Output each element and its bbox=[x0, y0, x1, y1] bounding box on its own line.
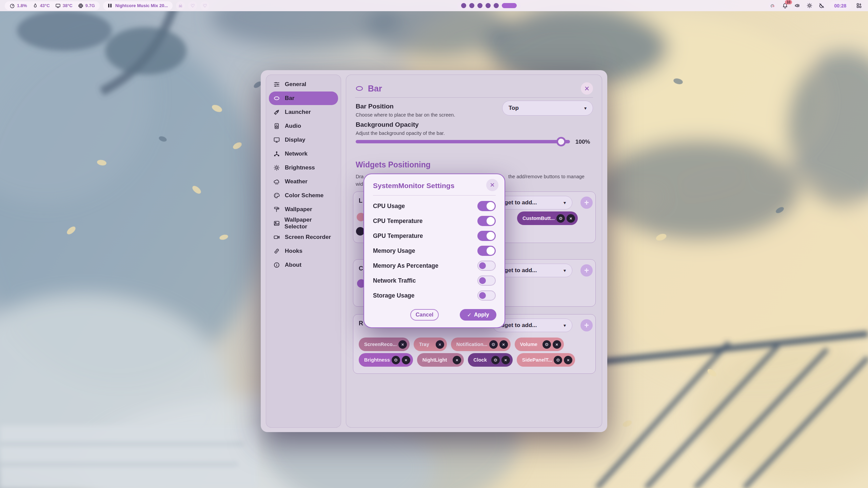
workspace-dot[interactable] bbox=[461, 3, 466, 8]
workspace-indicator[interactable] bbox=[457, 1, 521, 10]
workspace-dot[interactable] bbox=[477, 3, 482, 8]
gear-icon[interactable]: ⚙ bbox=[489, 340, 498, 349]
workspace-active-pill[interactable] bbox=[502, 3, 517, 8]
chevron-down-icon: ▾ bbox=[564, 323, 566, 328]
sidebar-item-hooks[interactable]: Hooks bbox=[269, 244, 338, 258]
link-icon bbox=[273, 247, 280, 255]
tray-app-icon[interactable] bbox=[768, 1, 777, 10]
bar-position-label: Bar Position Choose where to place the b… bbox=[356, 103, 455, 118]
bar-position-description: Choose where to place the bar on the scr… bbox=[356, 112, 455, 118]
media-player-pill[interactable]: Nightcore Music Mix 20... bbox=[103, 1, 173, 10]
network-traffic-toggle[interactable] bbox=[477, 276, 496, 286]
remove-icon[interactable]: × bbox=[553, 340, 561, 349]
cloud-icon bbox=[273, 178, 280, 185]
widget-chip-screenrecorder[interactable]: ScreenReco... × bbox=[359, 338, 410, 351]
sidebar-item-bar[interactable]: Bar bbox=[269, 92, 338, 105]
gear-icon[interactable]: ⚙ bbox=[542, 340, 551, 349]
close-icon[interactable]: ✕ bbox=[486, 179, 498, 191]
systemmonitor-settings-dialog: SystemMonitor Settings ✕ CPU Usage CPU T… bbox=[363, 174, 505, 328]
gpu-temperature-toggle[interactable] bbox=[477, 231, 496, 241]
toggle-row: Memory As Percentage bbox=[373, 260, 496, 271]
rocket-icon bbox=[273, 108, 280, 116]
sidebar-item-color-scheme[interactable]: Color Scheme bbox=[269, 189, 338, 202]
sidebar-item-wallpaper[interactable]: Wallpaper bbox=[269, 203, 338, 216]
sidebar-item-display[interactable]: Display bbox=[269, 133, 338, 147]
workspace-dot[interactable] bbox=[486, 3, 491, 8]
sidebar-item-weather[interactable]: Weather bbox=[269, 175, 338, 188]
add-widget-button[interactable]: + bbox=[580, 264, 593, 277]
widget-chip-brightness[interactable]: Brightness ⚙ × bbox=[359, 353, 413, 367]
dialog-title: SystemMonitor Settings bbox=[373, 182, 454, 190]
gear-icon[interactable]: ⚙ bbox=[556, 214, 565, 223]
cpu-temperature-toggle[interactable] bbox=[477, 216, 496, 226]
sidebar-item-wallpaper-selector[interactable]: Wallpaper Selector bbox=[269, 217, 338, 230]
skull-icon[interactable]: ☠ bbox=[176, 1, 185, 10]
page-title: Bar bbox=[355, 84, 581, 94]
remove-icon[interactable]: × bbox=[402, 356, 410, 364]
sidebar-item-launcher[interactable]: Launcher bbox=[269, 105, 338, 119]
background-opacity-label: Background Opacity Adjust the background… bbox=[356, 121, 445, 136]
palette-icon bbox=[273, 192, 280, 199]
sun-icon bbox=[807, 3, 812, 8]
sidebar-item-about[interactable]: About bbox=[269, 258, 338, 272]
remove-icon[interactable]: × bbox=[499, 340, 508, 349]
widget-chip-volume[interactable]: Volume ⚙ × bbox=[515, 338, 564, 351]
gear-icon[interactable]: ⚙ bbox=[392, 356, 400, 364]
cpu-usage-toggle[interactable] bbox=[477, 201, 496, 211]
widget-chip-notification[interactable]: Notification... ⚙ × bbox=[451, 338, 511, 351]
widgets-description-fragment: wid bbox=[356, 181, 363, 187]
remove-icon[interactable]: × bbox=[564, 356, 572, 364]
sidebar-item-audio[interactable]: Audio bbox=[269, 119, 338, 133]
top-bar: 1.8% 43°C 38°C 9.7G Nightcore Music Mix … bbox=[0, 0, 868, 11]
moon-off-icon bbox=[819, 3, 825, 8]
speaker-icon bbox=[273, 122, 280, 130]
apply-button[interactable]: ✓ Apply bbox=[460, 309, 496, 321]
memory-as-percentage-toggle[interactable] bbox=[477, 261, 496, 271]
remove-icon[interactable]: × bbox=[398, 340, 407, 349]
widget-chip-nightlight[interactable]: NightLight × bbox=[417, 353, 464, 367]
sidebar-item-network[interactable]: Network bbox=[269, 147, 338, 161]
remove-icon[interactable]: × bbox=[453, 356, 461, 364]
bar-position-dropdown[interactable]: Top ▾ bbox=[502, 101, 593, 116]
gear-icon[interactable]: ⚙ bbox=[491, 356, 500, 364]
opacity-slider-knob[interactable] bbox=[556, 137, 566, 146]
widget-chip-tray[interactable]: Tray × bbox=[414, 338, 447, 351]
chip-icon bbox=[78, 3, 83, 8]
system-stats-pill[interactable]: 1.8% 43°C 38°C 9.7G bbox=[5, 1, 100, 10]
widget-chip-custombutton[interactable]: CustomButt... ⚙ × bbox=[517, 211, 578, 225]
gear-icon[interactable]: ⚙ bbox=[554, 356, 562, 364]
storage-usage-toggle[interactable] bbox=[477, 290, 496, 301]
opacity-slider[interactable] bbox=[356, 140, 570, 143]
remove-icon[interactable]: × bbox=[567, 214, 575, 223]
sidebar-item-brightness[interactable]: Brightness bbox=[269, 161, 338, 175]
clock-widget[interactable]: 00:28 bbox=[829, 1, 851, 10]
sidebar-item-general[interactable]: General bbox=[269, 78, 338, 91]
heart-icon[interactable]: ♡ bbox=[188, 1, 197, 10]
gauge-icon bbox=[9, 3, 15, 8]
background-opacity-description: Adjust the background opacity of the bar… bbox=[356, 130, 445, 136]
memory-usage-toggle[interactable] bbox=[477, 246, 496, 256]
widget-chip-sidepaneltoggle[interactable]: SidePanelT... ⚙ × bbox=[517, 353, 575, 367]
workspace-dot[interactable] bbox=[469, 3, 474, 8]
gpu-temp-stat: 38°C bbox=[55, 3, 73, 8]
sidebar-item-screen-recorder[interactable]: Screen Recorder bbox=[269, 230, 338, 244]
workspace-dot[interactable] bbox=[494, 3, 499, 8]
overview-button[interactable] bbox=[854, 1, 863, 10]
brightness-button[interactable] bbox=[805, 1, 814, 10]
notifications-button[interactable]: 10 bbox=[781, 1, 789, 10]
night-light-button[interactable] bbox=[817, 1, 826, 10]
video-camera-icon bbox=[273, 233, 280, 241]
image-icon bbox=[273, 220, 280, 227]
monitor-icon bbox=[55, 3, 61, 8]
heart-icon[interactable]: ♡ bbox=[200, 1, 209, 10]
volume-button[interactable] bbox=[793, 1, 802, 10]
add-widget-button[interactable]: + bbox=[580, 197, 593, 209]
cancel-button[interactable]: Cancel bbox=[410, 309, 439, 321]
oval-icon bbox=[273, 95, 280, 102]
paint-roller-icon bbox=[273, 206, 280, 213]
widget-chip-clock[interactable]: Clock ⚙ × bbox=[468, 353, 513, 367]
add-widget-button[interactable]: + bbox=[580, 319, 593, 331]
close-icon[interactable]: ✕ bbox=[581, 82, 593, 95]
remove-icon[interactable]: × bbox=[436, 340, 444, 349]
remove-icon[interactable]: × bbox=[501, 356, 510, 364]
